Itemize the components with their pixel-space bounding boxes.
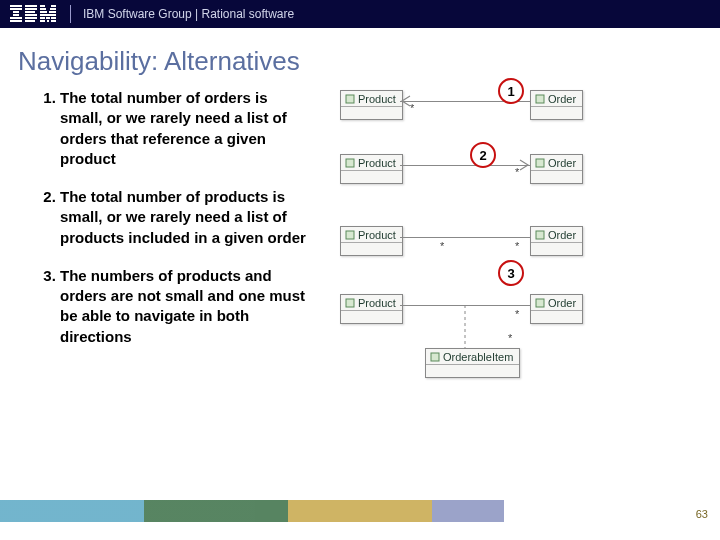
ibm-logo bbox=[10, 5, 56, 23]
svg-rect-26 bbox=[536, 95, 544, 103]
class-label: Order bbox=[548, 157, 576, 169]
class-label: Order bbox=[548, 229, 576, 241]
svg-rect-4 bbox=[10, 17, 22, 19]
svg-rect-22 bbox=[40, 20, 45, 22]
svg-rect-23 bbox=[47, 20, 49, 22]
uml-multiplicity: * bbox=[410, 102, 414, 114]
class-label: OrderableItem bbox=[443, 351, 513, 363]
uml-nav-arrow-2 bbox=[518, 159, 530, 171]
svg-rect-11 bbox=[25, 20, 35, 22]
svg-rect-30 bbox=[536, 231, 544, 239]
svg-rect-17 bbox=[49, 11, 56, 13]
topbar-text: IBM Software Group | Rational software bbox=[83, 7, 294, 21]
uml-class-order-1: Order bbox=[530, 90, 583, 120]
list-item: The total number of products is small, o… bbox=[60, 187, 310, 248]
svg-rect-20 bbox=[46, 17, 50, 19]
uml-class-order-4: Order bbox=[530, 294, 583, 324]
uml-assoc-class-link bbox=[460, 305, 470, 349]
top-bar: IBM Software Group | Rational software bbox=[0, 0, 720, 28]
svg-rect-14 bbox=[40, 8, 46, 10]
uml-multiplicity: * bbox=[508, 332, 512, 344]
diagram-column: Product Order * 1 Product Order * 2 P bbox=[320, 88, 720, 365]
uml-multiplicity: * bbox=[515, 166, 519, 178]
svg-rect-15 bbox=[50, 8, 56, 10]
uml-class-product-1: Product bbox=[340, 90, 403, 120]
badge-1: 1 bbox=[498, 78, 524, 104]
svg-rect-2 bbox=[13, 11, 19, 13]
class-label: Product bbox=[358, 157, 396, 169]
uml-multiplicity: * bbox=[515, 240, 519, 252]
svg-rect-18 bbox=[40, 14, 56, 16]
svg-rect-3 bbox=[13, 14, 19, 16]
list-item: The numbers of products and orders are n… bbox=[60, 266, 310, 347]
svg-rect-8 bbox=[25, 11, 35, 13]
slide-body: The total number of orders is small, or … bbox=[0, 88, 720, 365]
svg-rect-9 bbox=[25, 14, 37, 16]
svg-rect-19 bbox=[40, 17, 45, 19]
topbar-separator bbox=[70, 5, 71, 23]
class-label: Product bbox=[358, 297, 396, 309]
uml-association-2 bbox=[400, 165, 530, 166]
badge-3: 3 bbox=[498, 260, 524, 286]
svg-rect-0 bbox=[10, 5, 22, 7]
svg-rect-13 bbox=[51, 5, 56, 7]
uml-class-order-2: Order bbox=[530, 154, 583, 184]
list-item: The total number of orders is small, or … bbox=[60, 88, 310, 169]
svg-rect-7 bbox=[25, 8, 37, 10]
class-label: Product bbox=[358, 229, 396, 241]
uml-class-orderableitem: OrderableItem bbox=[425, 348, 520, 378]
slide: IBM Software Group | Rational software N… bbox=[0, 0, 720, 540]
svg-rect-25 bbox=[346, 95, 354, 103]
uml-multiplicity: * bbox=[440, 240, 444, 252]
uml-association-3a bbox=[400, 237, 530, 238]
uml-class-product-4: Product bbox=[340, 294, 403, 324]
page-number: 63 bbox=[696, 508, 708, 520]
slide-title: Navigability: Alternatives bbox=[18, 46, 300, 77]
uml-class-product-2: Product bbox=[340, 154, 403, 184]
footer-decorative-strip bbox=[0, 500, 720, 522]
class-label: Order bbox=[548, 93, 576, 105]
svg-rect-16 bbox=[40, 11, 47, 13]
uml-class-order-3: Order bbox=[530, 226, 583, 256]
svg-rect-12 bbox=[40, 5, 45, 7]
svg-rect-28 bbox=[536, 159, 544, 167]
svg-rect-1 bbox=[10, 8, 22, 10]
svg-rect-6 bbox=[25, 5, 37, 7]
svg-rect-27 bbox=[346, 159, 354, 167]
numbered-list: The total number of orders is small, or … bbox=[40, 88, 310, 347]
uml-multiplicity: * bbox=[515, 308, 519, 320]
svg-rect-10 bbox=[25, 17, 37, 19]
svg-rect-33 bbox=[431, 353, 439, 361]
class-label: Product bbox=[358, 93, 396, 105]
class-label: Order bbox=[548, 297, 576, 309]
svg-rect-24 bbox=[51, 20, 56, 22]
badge-2: 2 bbox=[470, 142, 496, 168]
svg-rect-21 bbox=[51, 17, 56, 19]
uml-class-product-3: Product bbox=[340, 226, 403, 256]
svg-rect-29 bbox=[346, 231, 354, 239]
svg-rect-5 bbox=[10, 20, 22, 22]
svg-rect-32 bbox=[536, 299, 544, 307]
svg-rect-31 bbox=[346, 299, 354, 307]
text-column: The total number of orders is small, or … bbox=[0, 88, 320, 365]
